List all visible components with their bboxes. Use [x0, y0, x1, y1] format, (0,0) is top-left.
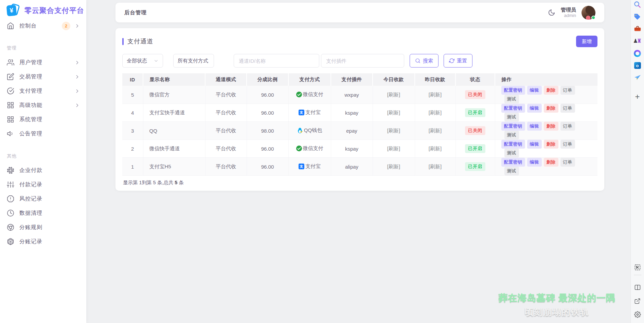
cell-mode: 平台代收	[205, 140, 247, 158]
edit-button[interactable]: 编辑	[527, 140, 542, 149]
channel-id-input[interactable]	[234, 54, 319, 68]
edit-button[interactable]: 编辑	[527, 104, 542, 113]
console-badge: 2	[62, 22, 70, 30]
config-key-button[interactable]: 配置密钥	[501, 158, 525, 167]
cell-actions: 配置密钥编辑删除订单测试	[495, 122, 597, 140]
delete-button[interactable]: 删除	[544, 86, 558, 95]
sidebar-item-split-records[interactable]: 分账记录	[0, 234, 86, 249]
sidebar-item-transaction-management[interactable]: 交易管理	[0, 70, 86, 84]
order-button[interactable]: 订单	[560, 86, 575, 95]
refresh-today-link[interactable]: [刷新]	[387, 110, 400, 115]
screenshot-snip-icon[interactable]	[633, 263, 642, 272]
sidebar-item-user-management[interactable]: 用户管理	[0, 55, 86, 70]
refresh-yesterday-link[interactable]: [刷新]	[429, 164, 442, 169]
order-button[interactable]: 订单	[560, 158, 575, 167]
refresh-today-link[interactable]: [刷新]	[387, 92, 400, 97]
config-key-button[interactable]: 配置密钥	[501, 86, 525, 95]
refresh-today-link[interactable]: [刷新]	[387, 146, 400, 151]
delete-button[interactable]: 删除	[544, 104, 558, 113]
config-key-button[interactable]: 配置密钥	[501, 104, 525, 113]
reset-button[interactable]: 重置	[444, 54, 472, 68]
cell-plugin: kspay	[331, 140, 373, 158]
col-header-today: 今日收款	[373, 73, 415, 86]
edit-button[interactable]: 编辑	[527, 122, 542, 131]
col-header-id: ID	[122, 73, 143, 86]
games-icon[interactable]: ♟♜	[633, 37, 642, 45]
outlook-icon[interactable]: o	[633, 61, 642, 70]
col-header-rate: 分成比例	[247, 73, 288, 86]
chevron-down-icon	[154, 58, 159, 63]
test-button[interactable]: 测试	[504, 113, 519, 121]
shopping-tag-icon[interactable]	[633, 12, 642, 21]
cell-name: QQ	[143, 122, 205, 140]
cell-yesterday: [刷新]	[415, 86, 455, 104]
config-key-button[interactable]: 配置密钥	[501, 140, 525, 149]
chevron-right-icon	[74, 74, 80, 80]
sidebar-item-system-management[interactable]: 系统管理	[0, 112, 86, 127]
title-accent-bar	[122, 38, 124, 45]
sidebar-item-data-cleanup[interactable]: 数据清理	[0, 206, 86, 220]
cell-method: 支付宝	[288, 158, 331, 176]
sidebar-item-label: 公告管理	[19, 130, 80, 137]
chess-rook-glyph: ♜	[637, 38, 642, 44]
refresh-yesterday-link[interactable]: [刷新]	[429, 92, 442, 97]
refresh-today-link[interactable]: [刷新]	[387, 128, 400, 133]
sidebar-item-split-rules[interactable]: 分账规则	[0, 220, 86, 234]
status-select[interactable]: 全部状态	[122, 54, 163, 68]
sidebar-item-advanced-features[interactable]: 高级功能	[0, 98, 86, 112]
wechat-pay-icon	[296, 92, 302, 97]
filter-row: 全部状态 所有支付方式 搜索 重置	[122, 54, 597, 68]
config-key-button[interactable]: 配置密钥	[501, 122, 525, 131]
cell-method: QQ钱包	[288, 122, 331, 140]
cell-rate: 98.00	[247, 122, 288, 140]
order-button[interactable]: 订单	[560, 122, 575, 131]
avatar[interactable]	[582, 6, 595, 20]
test-button[interactable]: 测试	[504, 167, 519, 175]
sidebar-item-announcement-management[interactable]: 公告管理	[0, 127, 86, 141]
add-sidebar-item-icon[interactable]: +	[633, 92, 642, 101]
copilot-icon[interactable]	[633, 49, 642, 58]
settings-icon[interactable]	[633, 310, 642, 319]
cell-status: 已关闭	[455, 86, 495, 104]
user-info[interactable]: 管理员 admin	[561, 7, 576, 19]
telegram-icon[interactable]	[633, 73, 642, 82]
refresh-yesterday-link[interactable]: [刷新]	[429, 146, 442, 151]
test-button[interactable]: 测试	[504, 149, 519, 157]
clock-icon	[7, 209, 14, 217]
open-in-new-window-icon[interactable]	[633, 297, 642, 305]
toolbox-icon[interactable]	[633, 24, 642, 33]
app-logo: ¥ 零云聚合支付平台	[0, 0, 86, 19]
col-header-actions: 操作	[495, 73, 597, 86]
test-button[interactable]: 测试	[504, 131, 519, 139]
sidebar-item-console[interactable]: 控制台 2	[0, 19, 86, 33]
refresh-yesterday-link[interactable]: [刷新]	[429, 128, 442, 133]
sidebar-item-payment-records[interactable]: 付款记录	[0, 177, 86, 192]
edit-button[interactable]: 编辑	[527, 86, 542, 95]
test-button[interactable]: 测试	[504, 95, 519, 103]
sidebar-item-enterprise-payment[interactable]: 企业付款	[0, 163, 86, 177]
order-button[interactable]: 订单	[560, 104, 575, 113]
order-button[interactable]: 订单	[560, 140, 575, 149]
delete-button[interactable]: 删除	[544, 140, 558, 149]
refresh-today-link[interactable]: [刷新]	[387, 164, 400, 169]
delete-button[interactable]: 删除	[544, 122, 558, 131]
alert-octagon-icon	[7, 195, 14, 203]
sidebar-item-risk-records[interactable]: 风控记录	[0, 192, 86, 206]
header-right: 管理员 admin	[548, 6, 595, 20]
plugin-input[interactable]	[321, 54, 404, 68]
grid-icon	[7, 116, 14, 123]
speaker-icon	[7, 130, 14, 137]
sidebar-item-payment-management[interactable]: 支付管理	[0, 84, 86, 98]
refresh-yesterday-link[interactable]: [刷新]	[429, 110, 442, 115]
split-screen-icon[interactable]	[633, 283, 642, 292]
search-button[interactable]: 搜索	[410, 54, 439, 68]
add-button[interactable]: 新增	[576, 36, 597, 47]
delete-button[interactable]: 删除	[544, 158, 558, 167]
cell-name: 支付宝快手通道	[143, 104, 205, 122]
table-header-row: ID 显示名称 通道模式 分成比例 支付方式 支付插件 今日收款 昨日收款 状态…	[122, 73, 597, 86]
user-name: 管理员	[561, 7, 576, 13]
dark-mode-moon-icon[interactable]	[548, 9, 555, 16]
edit-button[interactable]: 编辑	[527, 158, 542, 167]
search-icon[interactable]	[633, 0, 642, 9]
payment-method-select[interactable]: 所有支付方式	[173, 54, 214, 68]
